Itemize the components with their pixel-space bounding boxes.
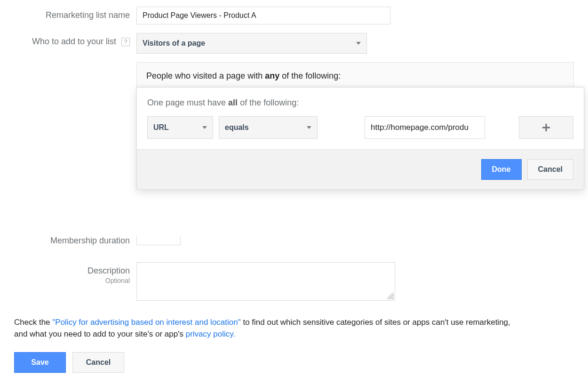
rule-value-input[interactable]: http://homepage.com/produ [365,116,485,139]
description-textarea[interactable] [136,262,395,301]
cancel-button[interactable]: Cancel [72,352,124,373]
policy-link[interactable]: "Policy for advertising based on interes… [52,318,240,327]
caret-down-icon [202,126,207,129]
description-sublabel: Optional [14,277,130,284]
visitor-type-dropdown[interactable]: Visitors of a page [136,33,367,54]
rules-heading-prefix: People who visited a page with [146,71,265,80]
rules-heading: People who visited a page with any of th… [146,71,564,81]
popover-cancel-button[interactable]: Cancel [527,159,573,180]
svg-rect-1 [542,127,550,129]
description-label: Description Optional [14,262,136,284]
who-to-add-label: Who to add to your list ? [14,33,136,47]
policy-text: Check the "Policy for advertising based … [14,317,522,340]
caret-down-icon [356,42,361,45]
rules-heading-suffix: of the following: [279,71,341,80]
popover-heading-prefix: One page must have [147,98,228,107]
rule-editor-popover: One page must have all of the following:… [136,87,584,190]
resize-grip-icon[interactable] [387,293,394,299]
popover-heading-suffix: of the following: [238,98,299,107]
popover-heading-bold: all [228,98,238,107]
membership-duration-label: Membership duration [14,236,136,246]
rule-field-dropdown[interactable]: URL [147,116,213,139]
caret-down-icon [307,126,311,129]
save-button[interactable]: Save [14,352,66,373]
policy-prefix: Check the [14,318,52,327]
remarketing-list-name-label: Remarketing list name [14,7,136,20]
done-button[interactable]: Done [481,159,522,180]
help-icon[interactable]: ? [121,38,130,46]
visitor-type-selected: Visitors of a page [143,39,205,48]
who-to-add-label-text: Who to add to your list [32,37,116,46]
membership-duration-input-stub[interactable] [136,236,181,245]
add-condition-button[interactable] [519,116,573,139]
privacy-policy-link[interactable]: privacy policy. [186,330,236,338]
rules-heading-bold: any [265,71,279,80]
rule-operator-selected: equals [225,123,249,132]
plus-icon [542,123,550,132]
remarketing-list-name-input[interactable]: Product Page Viewers - Product A [136,7,390,24]
popover-heading: One page must have all of the following: [147,98,573,108]
description-label-text: Description [87,266,130,275]
rule-operator-dropdown[interactable]: equals [219,116,318,139]
rule-field-selected: URL [153,123,169,132]
